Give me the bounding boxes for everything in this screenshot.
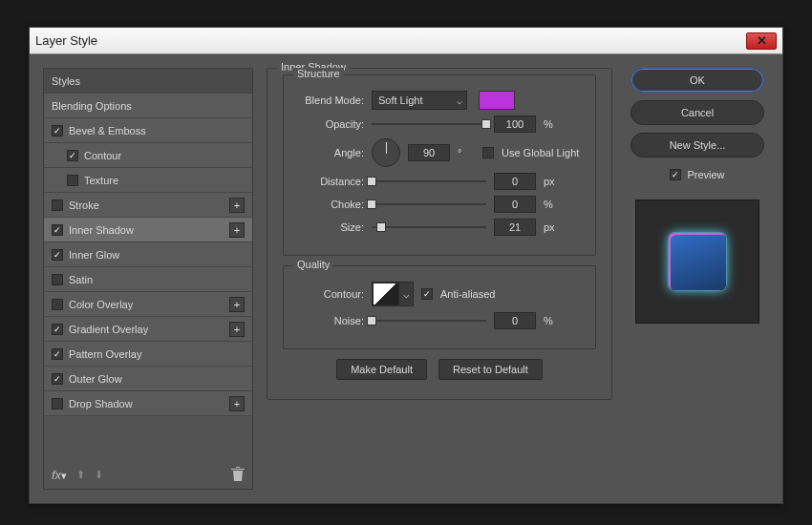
- style-item-bevel-emboss[interactable]: Bevel & Emboss: [44, 118, 252, 143]
- move-up-icon[interactable]: ⬆: [76, 469, 85, 481]
- structure-title: Structure: [293, 68, 344, 79]
- contour-label: Contour:: [299, 288, 364, 300]
- titlebar: Layer Style ✕: [30, 28, 782, 54]
- trash-icon[interactable]: [231, 467, 245, 482]
- style-checkbox[interactable]: [52, 324, 63, 335]
- choke-input[interactable]: 0: [494, 196, 536, 213]
- styles-header[interactable]: Styles: [44, 69, 252, 94]
- angle-label: Angle:: [299, 147, 364, 158]
- angle-dial[interactable]: [372, 138, 400, 167]
- right-panel: OK Cancel New Style... Preview: [626, 68, 769, 490]
- style-checkbox[interactable]: [52, 373, 63, 385]
- structure-fieldset: Structure Blend Mode: Soft Light Opacity…: [283, 74, 596, 256]
- opacity-slider[interactable]: [372, 117, 486, 131]
- style-checkbox[interactable]: [52, 398, 63, 410]
- fx-icon[interactable]: fx▾: [52, 468, 67, 482]
- style-item-inner-glow[interactable]: Inner Glow: [44, 242, 252, 267]
- style-checkbox[interactable]: [67, 150, 78, 161]
- global-light-label: Use Global Light: [502, 147, 579, 158]
- add-effect-icon[interactable]: +: [229, 297, 245, 312]
- style-item-label: Texture: [84, 175, 118, 186]
- style-item-pattern-overlay[interactable]: Pattern Overlay: [44, 342, 252, 367]
- antialiased-label: Anti-aliased: [440, 288, 495, 300]
- layer-style-dialog: Layer Style ✕ Styles Blending Options Be…: [29, 27, 783, 504]
- style-item-drop-shadow[interactable]: Drop Shadow+: [44, 391, 252, 416]
- style-item-satin[interactable]: Satin: [44, 267, 252, 292]
- window-title: Layer Style: [35, 33, 97, 48]
- add-effect-icon[interactable]: +: [229, 222, 245, 238]
- distance-input[interactable]: 0: [494, 173, 536, 190]
- style-item-label: Bevel & Emboss: [69, 125, 146, 136]
- style-item-label: Inner Shadow: [69, 224, 134, 236]
- ok-button[interactable]: OK: [630, 68, 764, 93]
- size-input[interactable]: 21: [494, 219, 536, 236]
- style-item-label: Satin: [69, 274, 93, 285]
- style-checkbox[interactable]: [67, 175, 78, 186]
- blend-mode-select[interactable]: Soft Light: [372, 91, 467, 110]
- style-checkbox[interactable]: [52, 125, 63, 136]
- distance-label: Distance:: [299, 176, 364, 187]
- preview-thumbnail: [669, 233, 726, 290]
- preview-label: Preview: [687, 169, 724, 180]
- style-item-gradient-overlay[interactable]: Gradient Overlay+: [44, 317, 252, 342]
- opacity-input[interactable]: 100: [494, 116, 536, 133]
- style-item-outer-glow[interactable]: Outer Glow: [44, 367, 252, 391]
- add-effect-icon[interactable]: +: [229, 396, 245, 411]
- noise-input[interactable]: 0: [494, 312, 536, 329]
- style-checkbox[interactable]: [52, 200, 63, 211]
- noise-label: Noise:: [299, 315, 364, 326]
- style-checkbox[interactable]: [52, 249, 63, 261]
- preview-checkbox[interactable]: [670, 169, 681, 180]
- reset-default-button[interactable]: Reset to Default: [438, 359, 543, 380]
- opacity-label: Opacity:: [299, 118, 364, 130]
- styles-list-panel: Styles Blending Options Bevel & EmbossCo…: [43, 68, 253, 490]
- noise-slider[interactable]: [372, 314, 486, 327]
- choke-label: Choke:: [299, 199, 364, 210]
- size-label: Size:: [299, 221, 364, 233]
- new-style-button[interactable]: New Style...: [630, 133, 764, 158]
- chevron-down-icon: [399, 288, 413, 301]
- style-item-label: Contour: [84, 150, 121, 161]
- choke-slider[interactable]: [372, 198, 486, 211]
- style-item-label: Drop Shadow: [69, 398, 133, 410]
- size-slider[interactable]: [372, 220, 486, 234]
- style-item-label: Outer Glow: [69, 373, 122, 385]
- style-item-label: Inner Glow: [69, 249, 119, 261]
- main-fieldset: Inner Shadow Structure Blend Mode: Soft …: [267, 68, 612, 400]
- blending-options-row[interactable]: Blending Options: [44, 94, 252, 118]
- add-effect-icon[interactable]: +: [229, 198, 245, 213]
- style-checkbox[interactable]: [52, 224, 63, 236]
- global-light-checkbox[interactable]: [482, 147, 494, 158]
- contour-swatch-icon: [373, 283, 399, 305]
- style-item-label: Pattern Overlay: [69, 348, 141, 360]
- style-item-label: Stroke: [69, 200, 99, 211]
- style-item-color-overlay[interactable]: Color Overlay+: [44, 292, 252, 317]
- style-checkbox[interactable]: [52, 348, 63, 360]
- make-default-button[interactable]: Make Default: [336, 359, 427, 380]
- shadow-color-swatch[interactable]: [479, 91, 515, 110]
- style-checkbox[interactable]: [52, 299, 63, 310]
- cancel-button[interactable]: Cancel: [630, 100, 764, 125]
- preview-box: [635, 200, 759, 324]
- style-item-inner-shadow[interactable]: Inner Shadow+: [44, 218, 252, 242]
- blend-mode-label: Blend Mode:: [299, 94, 364, 106]
- add-effect-icon[interactable]: +: [229, 322, 245, 337]
- move-down-icon[interactable]: ⬇: [95, 469, 103, 481]
- style-item-texture[interactable]: Texture: [44, 168, 252, 193]
- close-icon: ✕: [757, 33, 767, 48]
- style-item-label: Gradient Overlay: [69, 324, 148, 335]
- style-checkbox[interactable]: [52, 274, 63, 285]
- distance-slider[interactable]: [372, 175, 486, 188]
- contour-picker[interactable]: [372, 282, 414, 306]
- styles-footer: fx▾ ⬆ ⬇: [44, 460, 252, 489]
- angle-input[interactable]: 90: [408, 144, 450, 161]
- close-button[interactable]: ✕: [746, 32, 777, 50]
- antialiased-checkbox[interactable]: [421, 288, 433, 300]
- options-panel: Inner Shadow Structure Blend Mode: Soft …: [267, 68, 612, 490]
- style-item-contour[interactable]: Contour: [44, 143, 252, 168]
- style-item-stroke[interactable]: Stroke+: [44, 193, 252, 218]
- quality-title: Quality: [293, 259, 333, 270]
- quality-fieldset: Quality Contour: Anti-aliased Noise:: [283, 265, 596, 349]
- style-item-label: Color Overlay: [69, 299, 133, 310]
